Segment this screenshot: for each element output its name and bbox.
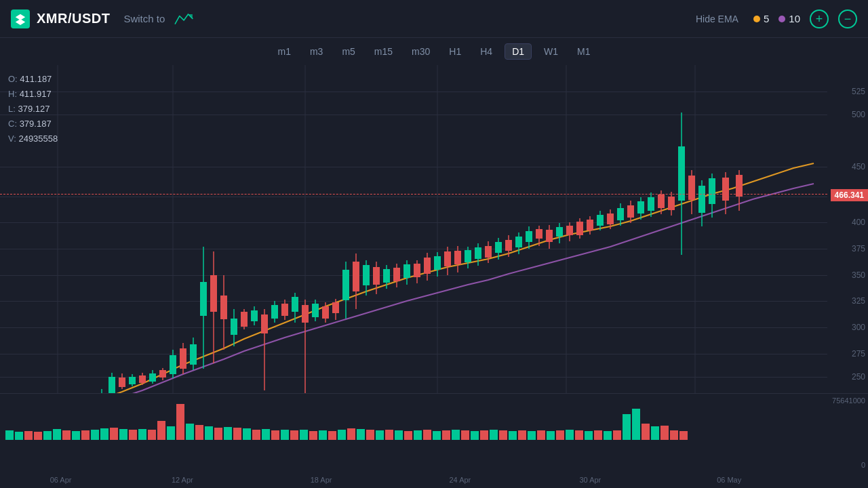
- header-right: Hide EMA 5 10 + −: [690, 9, 857, 28]
- price-label-450: 450: [852, 162, 865, 171]
- svg-rect-153: [34, 432, 42, 440]
- svg-rect-183: [319, 430, 327, 440]
- svg-rect-166: [157, 421, 165, 440]
- svg-rect-219: [660, 426, 669, 440]
- svg-rect-145: [709, 178, 715, 204]
- svg-rect-115: [556, 227, 563, 237]
- svg-rect-215: [623, 414, 631, 440]
- ohlcv-h-value: 411.917: [20, 89, 52, 99]
- svg-rect-185: [338, 430, 346, 440]
- svg-rect-79: [373, 267, 380, 285]
- pair-icon: [11, 9, 30, 28]
- tf-m15[interactable]: m15: [368, 44, 399, 59]
- minus-button[interactable]: −: [838, 9, 857, 28]
- svg-rect-159: [91, 430, 99, 440]
- svg-rect-105: [505, 240, 512, 251]
- svg-rect-69: [322, 306, 329, 319]
- svg-rect-150: [5, 430, 14, 440]
- tf-d1[interactable]: D1: [505, 43, 532, 60]
- price-label-325: 325: [852, 296, 865, 306]
- svg-rect-205: [528, 431, 536, 440]
- svg-rect-47: [210, 275, 217, 312]
- tf-m30[interactable]: m30: [405, 44, 437, 59]
- svg-rect-163: [129, 430, 137, 440]
- ohlcv-l: L: 379.127: [8, 102, 58, 117]
- tf-h4[interactable]: H4: [473, 44, 499, 59]
- svg-rect-65: [302, 305, 309, 323]
- svg-rect-156: [62, 430, 71, 440]
- tf-m3[interactable]: m3: [303, 44, 330, 59]
- svg-rect-139: [678, 146, 685, 201]
- svg-rect-37: [159, 370, 166, 378]
- tf-m5[interactable]: m5: [335, 44, 361, 59]
- ohlcv-l-value: 379.127: [18, 104, 50, 114]
- volume-container: 75641000 0 06 Apr 12 Apr 18 Apr 24 Apr 3…: [0, 393, 868, 488]
- svg-rect-212: [594, 430, 602, 440]
- timeframe-bar: m1 m3 m5 m15 m30 H1 H4 D1 W1 M1: [0, 38, 868, 62]
- svg-rect-189: [376, 430, 384, 440]
- ema5-dot: [753, 16, 760, 22]
- svg-rect-33: [139, 375, 146, 383]
- svg-rect-99: [475, 247, 481, 259]
- svg-rect-55: [251, 310, 258, 321]
- svg-rect-87: [414, 264, 420, 277]
- svg-rect-180: [290, 430, 298, 440]
- svg-rect-154: [43, 431, 52, 440]
- price-label-400: 400: [852, 218, 865, 227]
- chart-container[interactable]: 525 500 450 425 400 375 350 325 300 275 …: [0, 65, 868, 393]
- tf-h1[interactable]: H1: [442, 44, 468, 59]
- switch-to-icon[interactable]: [174, 12, 196, 26]
- svg-rect-53: [241, 312, 248, 327]
- add-button[interactable]: +: [810, 9, 829, 28]
- svg-rect-184: [328, 431, 336, 440]
- svg-rect-172: [214, 428, 222, 440]
- volume-zero-label: 0: [861, 461, 865, 469]
- svg-rect-39: [170, 355, 176, 374]
- svg-rect-152: [24, 431, 33, 440]
- price-label-500: 500: [852, 110, 865, 119]
- svg-rect-91: [434, 256, 441, 270]
- date-label-18apr: 18 Apr: [311, 476, 332, 484]
- price-label-350: 350: [852, 270, 865, 280]
- svg-rect-73: [342, 270, 349, 300]
- svg-rect-162: [119, 429, 127, 440]
- ema5-badge: 5: [753, 13, 769, 24]
- tf-m1-capital[interactable]: M1: [570, 44, 597, 59]
- ema5-value: 5: [764, 13, 769, 24]
- svg-rect-157: [72, 431, 80, 440]
- svg-rect-199: [471, 431, 479, 440]
- price-label-525: 525: [852, 87, 865, 96]
- svg-rect-141: [688, 176, 695, 200]
- svg-rect-151: [15, 432, 23, 440]
- ohlcv-c: C: 379.187: [8, 117, 58, 131]
- svg-rect-192: [404, 431, 412, 440]
- svg-rect-155: [53, 429, 61, 440]
- svg-rect-45: [200, 282, 207, 316]
- svg-rect-63: [292, 297, 298, 312]
- svg-rect-193: [414, 430, 422, 440]
- svg-rect-218: [651, 426, 659, 440]
- svg-rect-27: [108, 377, 115, 393]
- svg-rect-214: [613, 430, 621, 440]
- svg-rect-213: [604, 431, 612, 440]
- ema10-badge: 10: [778, 13, 800, 24]
- svg-rect-103: [495, 242, 502, 253]
- svg-rect-81: [383, 269, 390, 283]
- hide-ema-button[interactable]: Hide EMA: [690, 11, 744, 27]
- svg-rect-160: [100, 428, 108, 440]
- ohlcv-v: V: 24935558: [8, 131, 58, 146]
- svg-rect-95: [454, 251, 461, 264]
- svg-rect-161: [110, 428, 118, 440]
- switch-to-label: Switch to: [123, 13, 165, 24]
- svg-rect-107: [515, 237, 522, 247]
- svg-rect-177: [262, 429, 270, 440]
- price-label-275: 275: [852, 349, 865, 359]
- tf-w1[interactable]: W1: [537, 44, 565, 59]
- svg-rect-113: [546, 230, 553, 242]
- header: XMR/USDT Switch to Hide EMA 5 10 + −: [0, 0, 868, 38]
- svg-rect-190: [385, 430, 393, 440]
- svg-rect-41: [180, 348, 186, 369]
- svg-rect-210: [575, 430, 583, 440]
- tf-m1[interactable]: m1: [271, 44, 298, 59]
- svg-rect-196: [442, 430, 450, 440]
